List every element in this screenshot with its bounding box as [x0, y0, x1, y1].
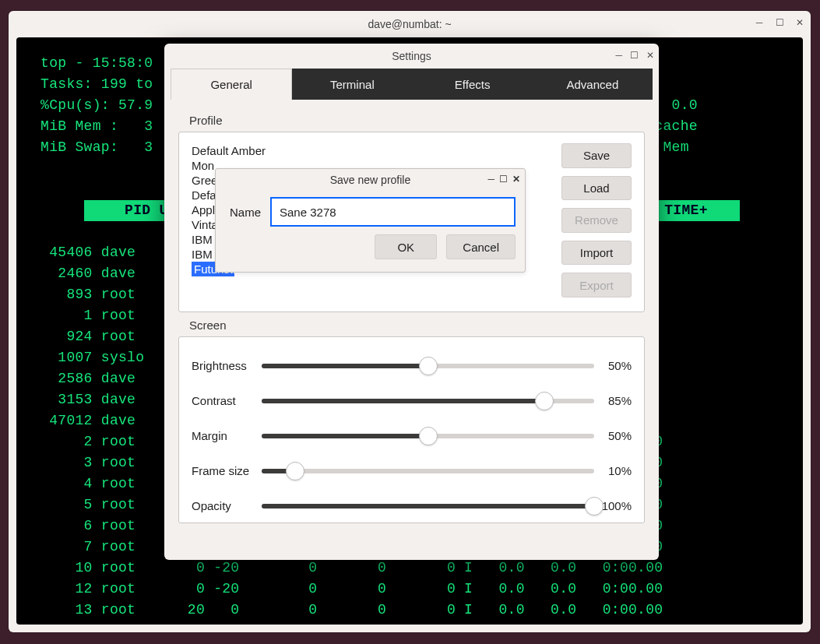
slider-label: Frame size: [192, 464, 262, 477]
screen-box: Brightness 50% Contrast 85% Margin: [178, 336, 645, 523]
minimize-icon[interactable]: ─: [753, 16, 765, 29]
maximize-icon[interactable]: ☐: [630, 50, 639, 61]
save-dialog-title: Save new profile: [330, 174, 411, 186]
slider-row-brightness: Brightness 50%: [192, 348, 632, 383]
slider-handle[interactable]: [585, 497, 604, 516]
maximize-icon[interactable]: ☐: [773, 16, 786, 29]
term-line: 3153 dave: [32, 392, 144, 407]
settings-tabs: General Terminal Effects Advanced: [171, 69, 653, 100]
tab-general[interactable]: General: [171, 69, 292, 100]
import-button[interactable]: Import: [561, 241, 632, 266]
save-dialog-titlebar: Save new profile ─ ☐ ✕: [216, 169, 525, 191]
settings-title: Settings: [392, 50, 431, 62]
term-line: 1007 syslo: [32, 350, 144, 365]
term-line: 893 root: [32, 287, 144, 302]
save-button[interactable]: Save: [561, 143, 632, 168]
tab-advanced[interactable]: Advanced: [533, 69, 653, 100]
slider-row-contrast: Contrast 85%: [192, 383, 632, 418]
slider-value: 50%: [594, 359, 632, 372]
term-line: 47012 dave: [32, 413, 144, 428]
close-icon[interactable]: ✕: [512, 174, 520, 185]
profile-name-input[interactable]: [270, 197, 516, 227]
minimize-icon[interactable]: ─: [615, 50, 622, 61]
profile-name-label: Name: [225, 206, 261, 219]
term-line: 12 root 0 -20 0 0 0 I 0.0 0.0 0:00.00: [32, 579, 787, 600]
profile-item[interactable]: Default Amber: [192, 143, 273, 158]
app-window-controls: ─ ☐ ✕: [753, 16, 806, 29]
app-titlebar: dave@numbat: ~ ─ ☐ ✕: [9, 11, 811, 37]
slider-row-opacity: Opacity 100%: [192, 488, 632, 523]
slider-label: Contrast: [192, 394, 262, 407]
ok-button[interactable]: OK: [375, 234, 437, 259]
slider-opacity[interactable]: [262, 504, 594, 509]
slider-handle[interactable]: [419, 357, 438, 375]
slider-label: Margin: [192, 429, 262, 442]
settings-titlebar: Settings ─ ☐ ✕: [164, 44, 659, 69]
slider-value: 85%: [594, 394, 632, 407]
close-icon[interactable]: ✕: [794, 16, 806, 29]
slider-contrast[interactable]: [262, 399, 594, 403]
term-line: 924 root: [32, 329, 144, 344]
slider-value: 50%: [594, 429, 632, 442]
save-profile-dialog: Save new profile ─ ☐ ✕ Name OK Cancel: [215, 168, 526, 273]
profile-button-group: Save Load Remove Import Export: [561, 143, 632, 297]
settings-window-controls: ─ ☐ ✕: [615, 50, 654, 61]
save-dialog-controls: ─ ☐ ✕: [487, 174, 520, 185]
term-header-right: TIME+: [649, 200, 740, 221]
slider-row-margin: Margin 50%: [192, 418, 632, 453]
screen-section-label: Screen: [178, 312, 645, 336]
term-line: 13 root 20 0 0 0 0 I 0.0 0.0 0:00.00: [32, 600, 787, 621]
term-line: 10 root 0 -20 0 0 0 I 0.0 0.0 0:00.00: [32, 558, 787, 579]
app-title: dave@numbat: ~: [368, 18, 451, 30]
slider-handle[interactable]: [419, 427, 438, 445]
term-line: 2460 dave: [32, 266, 144, 281]
slider-brightness[interactable]: [262, 364, 594, 368]
slider-framesize[interactable]: [262, 469, 594, 473]
close-icon[interactable]: ✕: [646, 50, 654, 61]
slider-value: 10%: [594, 464, 632, 477]
cancel-button[interactable]: Cancel: [446, 234, 516, 259]
maximize-icon[interactable]: ☐: [499, 174, 508, 185]
load-button[interactable]: Load: [561, 176, 632, 201]
tab-terminal[interactable]: Terminal: [292, 69, 412, 100]
remove-button[interactable]: Remove: [561, 208, 632, 233]
slider-row-framesize: Frame size 10%: [192, 453, 632, 488]
export-button[interactable]: Export: [561, 273, 632, 297]
term-line: 2586 dave: [32, 371, 144, 386]
slider-margin[interactable]: [262, 434, 594, 438]
term-line: 45406 dave: [32, 245, 144, 260]
minimize-icon[interactable]: ─: [487, 174, 494, 185]
settings-window: Settings ─ ☐ ✕ General Terminal Effects …: [164, 44, 659, 560]
slider-handle[interactable]: [535, 392, 554, 410]
term-line: 1 root: [32, 308, 144, 323]
profile-section-label: Profile: [178, 107, 645, 132]
tab-effects[interactable]: Effects: [413, 69, 533, 100]
slider-label: Brightness: [192, 359, 262, 372]
slider-handle[interactable]: [286, 462, 304, 480]
slider-label: Opacity: [192, 499, 262, 512]
